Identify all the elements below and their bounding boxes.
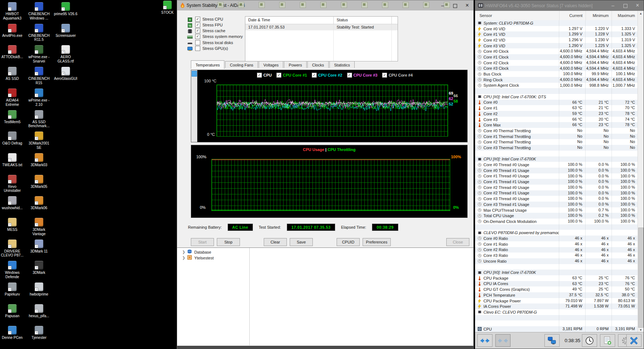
sensor-row[interactable]: Core #259 °C23 °C78 °C: [475, 111, 638, 117]
checkbox[interactable]: ✓: [257, 73, 262, 78]
checkbox[interactable]: ✓: [195, 17, 200, 22]
sensor-row[interactable]: CPU Package Power79.010 W7.897 W80.613 W: [475, 298, 638, 304]
sensor-row[interactable]: Core #3 Ratio46 x46 x46 x: [475, 253, 638, 258]
stop-button[interactable]: Stop: [217, 238, 240, 246]
checkbox[interactable]: ✓: [347, 73, 352, 78]
3dmark-icon[interactable]: ↗3DMark 11: [26, 240, 52, 254]
start-button[interactable]: Start: [191, 238, 214, 246]
tab-statistics[interactable]: Statistics: [329, 61, 355, 68]
cinebench-icon[interactable]: ↗CINEBENCH Windows ...: [26, 2, 52, 21]
close-button[interactable]: ×: [461, 0, 473, 10]
minimize-button[interactable]: –: [607, 0, 619, 10]
sensor-row[interactable]: Core #2 Thread #0 Usage100.0 %0.0 %100.0…: [475, 185, 638, 190]
sensor-row[interactable]: Ring Clock4,600.0 MHz4,594.4 MHz4,603.4 …: [475, 77, 638, 83]
folder-icon[interactable]: ↗DRIVERE CLEVO P87...: [0, 240, 25, 258]
collapse-columns-button[interactable]: [495, 334, 511, 347]
screensaver-icon[interactable]: ↗Screensaver: [53, 24, 79, 38]
testmem5-icon[interactable]: ↗TestMem5: [0, 110, 25, 124]
sensor-row[interactable]: Core #0 Thread #0 Usage100.0 %0.0 %100.0…: [475, 162, 638, 168]
sensor-row[interactable]: System Agent Clock1,000.0 MHz998.8 MHz1,…: [475, 83, 638, 89]
col-minimum[interactable]: Minimum: [586, 11, 612, 20]
sensor-row[interactable]: Core #2 Thermal ThrottlingNoNoNo: [475, 139, 638, 145]
col-current[interactable]: Current: [559, 11, 586, 20]
oo-defrag-icon[interactable]: ↗O&O Defrag: [0, 132, 25, 146]
3dmark-icon[interactable]: ↗3DMark05: [26, 175, 52, 189]
chevron-right-icon[interactable]: ❯: [182, 256, 185, 260]
scrollbar-thumb[interactable]: [638, 228, 644, 328]
sensor-row[interactable]: Core #3 VID1.290 V1.225 V1.325 V: [475, 43, 638, 49]
graph-scrollbar[interactable]: [191, 70, 197, 142]
sensor-row[interactable]: Core #0 Clock4,600.0 MHz4,594.4 MHz4,603…: [475, 48, 638, 54]
tab-cooling-fans[interactable]: Cooling Fans: [225, 61, 258, 68]
sensor-row[interactable]: Core #2 VID1.296 V1.230 V1.319 V: [475, 37, 638, 43]
sensor-row[interactable]: Bus Clock100.0 MHz99.9 MHz100.1 MHz: [475, 71, 638, 77]
3dmark-icon[interactable]: ↗3DMark2001 SE: [26, 132, 52, 150]
chevron-right-icon[interactable]: ❯: [182, 250, 185, 254]
user-icon[interactable]: ↗Papusan: [0, 304, 25, 318]
col-maximum[interactable]: Maximum: [612, 11, 638, 20]
sensor-row[interactable]: CPU GT Cores (Graphics)49 °C25 °C50 °C: [475, 286, 638, 292]
maximize-button[interactable]: [619, 0, 631, 10]
stability-titlebar[interactable]: System Stability Test - AIDA64 – ×: [177, 0, 473, 11]
checkbox[interactable]: [195, 46, 200, 51]
recycle-bin-icon[interactable]: ↗Papirkurv: [0, 283, 25, 297]
sensor-row[interactable]: Core #366 °C20 °C74 °C: [475, 117, 638, 122]
sensor-row[interactable]: IA Cores Power71.498 W1.538 W73.051 W: [475, 303, 638, 309]
checkbox[interactable]: ✓: [195, 22, 200, 27]
tab-clocks[interactable]: Clocks: [307, 61, 329, 68]
tab-temperatures[interactable]: Temperatures: [191, 60, 224, 69]
tree-item-database[interactable]: ❯Database: [182, 249, 211, 255]
sensor-row[interactable]: Core #1 Thread #0 Usage100.0 %0.0 %100.0…: [475, 173, 638, 179]
3dmark-icon[interactable]: ↗3DMark06: [26, 196, 52, 210]
sensor-row[interactable]: Core Max66 °C23 °C78 °C: [475, 122, 638, 128]
scroll-up-icon[interactable]: ▲: [638, 12, 644, 15]
sensor-row[interactable]: Core #3 Thread #1 Usage100.0 %0.0 %100.0…: [475, 202, 638, 207]
sensor-row[interactable]: Core #163 °C21 °C70 °C: [475, 105, 638, 111]
sensor-row[interactable]: CPU3,181 RPM0 RPM3,191 RPM: [475, 326, 638, 332]
log-row[interactable]: [245, 43, 398, 49]
expand-columns-button[interactable]: [477, 334, 492, 347]
checkbox[interactable]: [195, 40, 200, 45]
checkbox[interactable]: ✓: [195, 28, 200, 33]
minimize-button[interactable]: –: [437, 0, 449, 10]
hexus-pifast-icon[interactable]: ↗hexus_pifa...: [26, 304, 52, 318]
log-row[interactable]: [245, 49, 398, 55]
prime95-icon[interactable]: ↗prime95 V26.6: [53, 2, 79, 16]
anvilpro-icon[interactable]: ↗AnvilPro.exe: [0, 24, 25, 38]
hwinfo-titlebar[interactable]: HWiNFO64 v5.42-3050 Sensor Status [7 val…: [475, 0, 644, 11]
cinebench-icon[interactable]: ↗CINEBENCH R15: [26, 67, 52, 85]
aeroglass-gui-icon[interactable]: ↗AeroGlassGUI: [53, 67, 79, 81]
sensor-row[interactable]: Core #0 Thread #1 Usage100.0 %0.0 %100.0…: [475, 168, 638, 173]
sensor-row[interactable]: Core #3 Thread #0 Usage100.0 %0.0 %100.0…: [475, 196, 638, 202]
exit-button[interactable]: [626, 334, 641, 347]
sensor-row[interactable]: Core #0 Thermal ThrottlingNoNoNo: [475, 128, 638, 134]
preferences-button[interactable]: Preferences: [363, 238, 391, 246]
checkbox[interactable]: ✓: [276, 73, 281, 78]
sensor-row[interactable]: Total CPU Usage100.0 %0.2 %100.0 %: [475, 213, 638, 219]
aida64-icon[interactable]: ↗AIDA64 Extreme: [0, 89, 25, 107]
3dmark-icon[interactable]: ↗3DMark: [26, 261, 52, 275]
cpuid-button[interactable]: CPUID: [337, 238, 360, 246]
sensor-row[interactable]: CPU IA Cores63 °C23 °C76 °C: [475, 281, 638, 287]
sensor-row[interactable]: CPU Package63 °C25 °C76 °C: [475, 275, 638, 281]
sensor-row[interactable]: Core #0 VID1.297 V1.220 V1.333 V: [475, 26, 638, 32]
sensor-row[interactable]: Max CPU/Thread Usage100.0 %0.7 %100.0 %: [475, 207, 638, 213]
sensor-group-header[interactable]: Clevo EC: CLEVO P870DM-G: [475, 309, 638, 315]
sensor-group-header[interactable]: CPU [#0]: Intel Core i7-6700K: [475, 156, 638, 162]
checkbox[interactable]: ✓: [195, 34, 200, 39]
close-button[interactable]: ×: [631, 0, 644, 10]
sensor-group-header[interactable]: System: CLEVO P870DM-G: [475, 20, 638, 26]
clear-button[interactable]: Clear: [264, 238, 287, 246]
tab-voltages[interactable]: Voltages: [259, 61, 283, 68]
tree-item-ytelsestest[interactable]: ❯Ytelsestest: [182, 255, 214, 260]
sensor-row[interactable]: Core #3 Thermal ThrottlingNoNoNo: [475, 145, 638, 151]
log-row[interactable]: 17.01.2017 07.35.53Stability Test: Start…: [245, 24, 398, 30]
sensor-row[interactable]: Core #1 Clock4,600.0 MHz4,594.4 MHz4,603…: [475, 54, 638, 60]
checkbox[interactable]: ✓: [382, 73, 387, 78]
report-button[interactable]: [600, 334, 615, 347]
sensor-row[interactable]: Core #0 Ratio46 x46 x46 x: [475, 236, 638, 241]
save-button[interactable]: Save: [290, 238, 313, 246]
wushowhide-icon[interactable]: ↗wushowhid...: [0, 196, 25, 210]
rtf-file-icon[interactable]: ↗AERO GLASS.rtf: [53, 45, 79, 64]
text-file-icon[interactable]: ↗TWEAKS.txt: [0, 153, 25, 167]
